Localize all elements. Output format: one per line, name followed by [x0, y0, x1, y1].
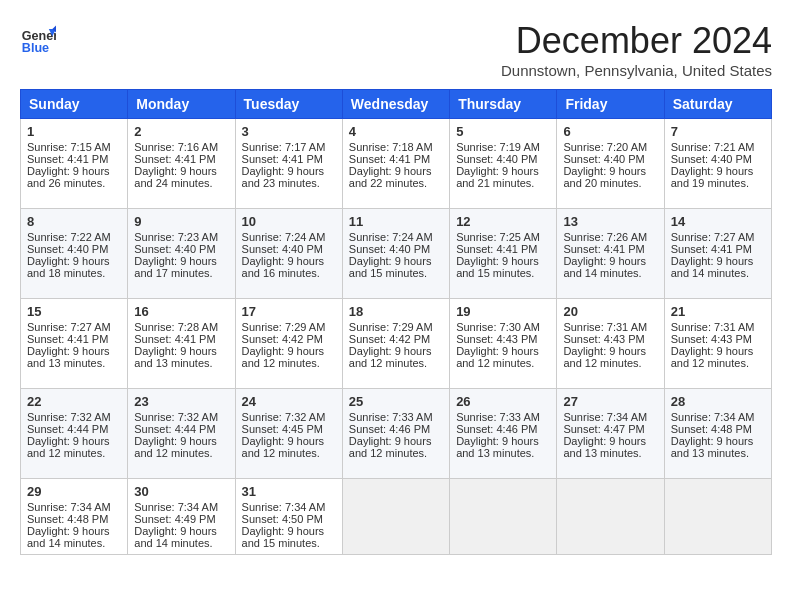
cell-info: Sunrise: 7:28 AMSunset: 4:41 PMDaylight:… — [134, 321, 218, 369]
calendar-day-cell: 25 Sunrise: 7:33 AMSunset: 4:46 PMDaylig… — [342, 389, 449, 479]
day-of-week-header: Friday — [557, 90, 664, 119]
calendar-day-cell — [450, 479, 557, 555]
calendar-day-cell — [664, 479, 771, 555]
cell-info: Sunrise: 7:27 AMSunset: 4:41 PMDaylight:… — [27, 321, 111, 369]
day-number: 29 — [27, 484, 121, 499]
calendar-day-cell: 18 Sunrise: 7:29 AMSunset: 4:42 PMDaylig… — [342, 299, 449, 389]
day-number: 4 — [349, 124, 443, 139]
calendar-day-cell: 24 Sunrise: 7:32 AMSunset: 4:45 PMDaylig… — [235, 389, 342, 479]
calendar-table: SundayMondayTuesdayWednesdayThursdayFrid… — [20, 89, 772, 555]
title-block: December 2024 Dunnstown, Pennsylvania, U… — [501, 20, 772, 79]
day-number: 5 — [456, 124, 550, 139]
day-number: 28 — [671, 394, 765, 409]
cell-info: Sunrise: 7:32 AMSunset: 4:44 PMDaylight:… — [27, 411, 111, 459]
cell-info: Sunrise: 7:34 AMSunset: 4:49 PMDaylight:… — [134, 501, 218, 549]
day-number: 21 — [671, 304, 765, 319]
calendar-day-cell — [557, 479, 664, 555]
calendar-day-cell: 16 Sunrise: 7:28 AMSunset: 4:41 PMDaylig… — [128, 299, 235, 389]
cell-info: Sunrise: 7:29 AMSunset: 4:42 PMDaylight:… — [242, 321, 326, 369]
day-number: 7 — [671, 124, 765, 139]
calendar-day-cell: 21 Sunrise: 7:31 AMSunset: 4:43 PMDaylig… — [664, 299, 771, 389]
calendar-day-cell: 2 Sunrise: 7:16 AMSunset: 4:41 PMDayligh… — [128, 119, 235, 209]
cell-info: Sunrise: 7:20 AMSunset: 4:40 PMDaylight:… — [563, 141, 647, 189]
calendar-day-cell: 9 Sunrise: 7:23 AMSunset: 4:40 PMDayligh… — [128, 209, 235, 299]
calendar-day-cell: 12 Sunrise: 7:25 AMSunset: 4:41 PMDaylig… — [450, 209, 557, 299]
day-of-week-header: Wednesday — [342, 90, 449, 119]
calendar-day-cell: 1 Sunrise: 7:15 AMSunset: 4:41 PMDayligh… — [21, 119, 128, 209]
day-number: 12 — [456, 214, 550, 229]
cell-info: Sunrise: 7:22 AMSunset: 4:40 PMDaylight:… — [27, 231, 111, 279]
cell-info: Sunrise: 7:23 AMSunset: 4:40 PMDaylight:… — [134, 231, 218, 279]
day-number: 8 — [27, 214, 121, 229]
calendar-week-row: 15 Sunrise: 7:27 AMSunset: 4:41 PMDaylig… — [21, 299, 772, 389]
calendar-day-cell: 31 Sunrise: 7:34 AMSunset: 4:50 PMDaylig… — [235, 479, 342, 555]
calendar-day-cell: 19 Sunrise: 7:30 AMSunset: 4:43 PMDaylig… — [450, 299, 557, 389]
calendar-day-cell: 26 Sunrise: 7:33 AMSunset: 4:46 PMDaylig… — [450, 389, 557, 479]
cell-info: Sunrise: 7:34 AMSunset: 4:48 PMDaylight:… — [671, 411, 755, 459]
day-number: 24 — [242, 394, 336, 409]
calendar-day-cell: 29 Sunrise: 7:34 AMSunset: 4:48 PMDaylig… — [21, 479, 128, 555]
day-number: 25 — [349, 394, 443, 409]
cell-info: Sunrise: 7:24 AMSunset: 4:40 PMDaylight:… — [349, 231, 433, 279]
calendar-week-row: 1 Sunrise: 7:15 AMSunset: 4:41 PMDayligh… — [21, 119, 772, 209]
calendar-day-cell: 17 Sunrise: 7:29 AMSunset: 4:42 PMDaylig… — [235, 299, 342, 389]
day-number: 20 — [563, 304, 657, 319]
svg-text:Blue: Blue — [22, 41, 49, 55]
calendar-week-row: 8 Sunrise: 7:22 AMSunset: 4:40 PMDayligh… — [21, 209, 772, 299]
location: Dunnstown, Pennsylvania, United States — [501, 62, 772, 79]
day-number: 13 — [563, 214, 657, 229]
day-number: 23 — [134, 394, 228, 409]
calendar-day-cell: 3 Sunrise: 7:17 AMSunset: 4:41 PMDayligh… — [235, 119, 342, 209]
calendar-day-cell: 11 Sunrise: 7:24 AMSunset: 4:40 PMDaylig… — [342, 209, 449, 299]
cell-info: Sunrise: 7:34 AMSunset: 4:50 PMDaylight:… — [242, 501, 326, 549]
cell-info: Sunrise: 7:30 AMSunset: 4:43 PMDaylight:… — [456, 321, 540, 369]
cell-info: Sunrise: 7:26 AMSunset: 4:41 PMDaylight:… — [563, 231, 647, 279]
calendar-day-cell: 27 Sunrise: 7:34 AMSunset: 4:47 PMDaylig… — [557, 389, 664, 479]
calendar-day-cell: 7 Sunrise: 7:21 AMSunset: 4:40 PMDayligh… — [664, 119, 771, 209]
day-number: 30 — [134, 484, 228, 499]
calendar-week-row: 29 Sunrise: 7:34 AMSunset: 4:48 PMDaylig… — [21, 479, 772, 555]
calendar-day-cell: 15 Sunrise: 7:27 AMSunset: 4:41 PMDaylig… — [21, 299, 128, 389]
cell-info: Sunrise: 7:27 AMSunset: 4:41 PMDaylight:… — [671, 231, 755, 279]
cell-info: Sunrise: 7:32 AMSunset: 4:45 PMDaylight:… — [242, 411, 326, 459]
calendar-day-cell: 10 Sunrise: 7:24 AMSunset: 4:40 PMDaylig… — [235, 209, 342, 299]
calendar-day-cell: 13 Sunrise: 7:26 AMSunset: 4:41 PMDaylig… — [557, 209, 664, 299]
day-number: 15 — [27, 304, 121, 319]
logo: General Blue — [20, 20, 56, 56]
cell-info: Sunrise: 7:18 AMSunset: 4:41 PMDaylight:… — [349, 141, 433, 189]
calendar-day-cell: 20 Sunrise: 7:31 AMSunset: 4:43 PMDaylig… — [557, 299, 664, 389]
calendar-day-cell: 28 Sunrise: 7:34 AMSunset: 4:48 PMDaylig… — [664, 389, 771, 479]
calendar-header-row: SundayMondayTuesdayWednesdayThursdayFrid… — [21, 90, 772, 119]
page-header: General Blue December 2024 Dunnstown, Pe… — [20, 20, 772, 79]
cell-info: Sunrise: 7:33 AMSunset: 4:46 PMDaylight:… — [456, 411, 540, 459]
cell-info: Sunrise: 7:25 AMSunset: 4:41 PMDaylight:… — [456, 231, 540, 279]
calendar-day-cell: 4 Sunrise: 7:18 AMSunset: 4:41 PMDayligh… — [342, 119, 449, 209]
cell-info: Sunrise: 7:16 AMSunset: 4:41 PMDaylight:… — [134, 141, 218, 189]
calendar-day-cell: 30 Sunrise: 7:34 AMSunset: 4:49 PMDaylig… — [128, 479, 235, 555]
cell-info: Sunrise: 7:15 AMSunset: 4:41 PMDaylight:… — [27, 141, 111, 189]
cell-info: Sunrise: 7:31 AMSunset: 4:43 PMDaylight:… — [563, 321, 647, 369]
calendar-day-cell — [342, 479, 449, 555]
day-number: 14 — [671, 214, 765, 229]
calendar-day-cell: 5 Sunrise: 7:19 AMSunset: 4:40 PMDayligh… — [450, 119, 557, 209]
cell-info: Sunrise: 7:34 AMSunset: 4:47 PMDaylight:… — [563, 411, 647, 459]
day-of-week-header: Monday — [128, 90, 235, 119]
calendar-day-cell: 8 Sunrise: 7:22 AMSunset: 4:40 PMDayligh… — [21, 209, 128, 299]
cell-info: Sunrise: 7:34 AMSunset: 4:48 PMDaylight:… — [27, 501, 111, 549]
day-of-week-header: Tuesday — [235, 90, 342, 119]
day-number: 31 — [242, 484, 336, 499]
day-number: 27 — [563, 394, 657, 409]
day-number: 3 — [242, 124, 336, 139]
calendar-day-cell: 22 Sunrise: 7:32 AMSunset: 4:44 PMDaylig… — [21, 389, 128, 479]
day-number: 17 — [242, 304, 336, 319]
day-number: 10 — [242, 214, 336, 229]
cell-info: Sunrise: 7:32 AMSunset: 4:44 PMDaylight:… — [134, 411, 218, 459]
calendar-day-cell: 6 Sunrise: 7:20 AMSunset: 4:40 PMDayligh… — [557, 119, 664, 209]
day-number: 11 — [349, 214, 443, 229]
cell-info: Sunrise: 7:21 AMSunset: 4:40 PMDaylight:… — [671, 141, 755, 189]
day-number: 2 — [134, 124, 228, 139]
day-of-week-header: Sunday — [21, 90, 128, 119]
day-number: 22 — [27, 394, 121, 409]
calendar-day-cell: 14 Sunrise: 7:27 AMSunset: 4:41 PMDaylig… — [664, 209, 771, 299]
day-of-week-header: Thursday — [450, 90, 557, 119]
